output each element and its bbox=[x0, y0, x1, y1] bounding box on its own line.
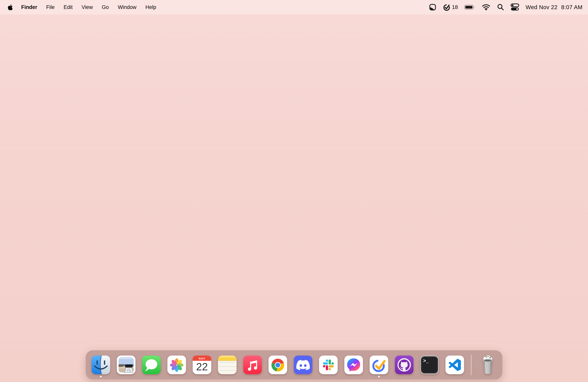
running-indicator bbox=[378, 376, 380, 378]
calendar-date-icon: NOV 22 bbox=[193, 356, 211, 374]
slack-logo-icon bbox=[319, 356, 338, 374]
apple-logo-icon bbox=[7, 4, 13, 11]
notes-pad-icon bbox=[218, 356, 237, 374]
status-control-center[interactable] bbox=[507, 0, 523, 14]
dock-icon-calendar[interactable]: NOV 22 bbox=[193, 356, 211, 374]
task-count-badge: 18 bbox=[452, 4, 458, 10]
menu-bar: Finder File Edit View Go Window Help 18 bbox=[0, 0, 588, 14]
dock-separator bbox=[471, 355, 472, 375]
svg-text:>_: >_ bbox=[423, 358, 429, 364]
menu-view[interactable]: View bbox=[77, 0, 97, 14]
menu-edit[interactable]: Edit bbox=[59, 0, 77, 14]
running-indicator bbox=[100, 376, 102, 378]
dock-icon-messenger[interactable] bbox=[344, 356, 363, 374]
menu-help[interactable]: Help bbox=[141, 0, 161, 14]
chrome-logo-icon bbox=[269, 356, 287, 374]
discord-clyde-icon bbox=[294, 356, 313, 374]
messages-bubble-icon bbox=[142, 356, 161, 374]
sticky-note-icon bbox=[429, 3, 437, 11]
dock-icon-messages[interactable] bbox=[142, 356, 161, 374]
finder-face-icon bbox=[92, 356, 110, 374]
dock-icon-discord[interactable] bbox=[294, 356, 313, 374]
dock-icon-slack[interactable] bbox=[319, 356, 338, 374]
status-wifi[interactable] bbox=[479, 0, 494, 14]
dock-icon-vscode[interactable] bbox=[445, 356, 464, 374]
clock-date: Wed Nov 22 bbox=[525, 4, 557, 11]
preview-loupe-icon bbox=[117, 356, 136, 374]
dock-icon-finder[interactable] bbox=[92, 356, 110, 374]
music-note-icon bbox=[243, 356, 262, 374]
wifi-icon bbox=[482, 4, 491, 11]
dock-icon-photos[interactable] bbox=[168, 356, 186, 374]
svg-text:22: 22 bbox=[196, 361, 208, 372]
menu-file[interactable]: File bbox=[42, 0, 59, 14]
menu-window[interactable]: Window bbox=[113, 0, 141, 14]
dock-icon-preview[interactable] bbox=[117, 356, 136, 374]
ticktick-check-icon bbox=[443, 3, 451, 11]
menu-bar-clock[interactable]: Wed Nov 22 8:07 AM bbox=[523, 0, 584, 14]
menu-finder[interactable]: Finder bbox=[17, 0, 42, 14]
dock-icon-github-desktop[interactable] bbox=[395, 356, 414, 374]
dock-icon-ticktick[interactable] bbox=[370, 356, 388, 374]
messenger-bolt-icon bbox=[344, 356, 363, 374]
svg-text:NOV: NOV bbox=[199, 357, 205, 360]
terminal-prompt-icon: >_ bbox=[420, 356, 439, 374]
menu-go[interactable]: Go bbox=[97, 0, 113, 14]
status-spotlight[interactable] bbox=[494, 0, 507, 14]
search-icon bbox=[497, 3, 504, 11]
ticktick-logo-icon bbox=[370, 356, 388, 374]
menu-bar-left: Finder File Edit View Go Window Help bbox=[4, 0, 161, 14]
desktop[interactable] bbox=[0, 0, 588, 382]
status-battery[interactable] bbox=[461, 0, 479, 14]
dock-icon-music[interactable] bbox=[243, 356, 262, 374]
vscode-logo-icon bbox=[445, 356, 464, 374]
status-ticktick-tasks[interactable]: 18 bbox=[440, 0, 461, 14]
photos-flower-icon bbox=[168, 356, 186, 374]
github-octocat-icon bbox=[395, 356, 414, 374]
menu-bar-status: 18 bbox=[426, 0, 584, 14]
dock-icon-notes[interactable] bbox=[218, 356, 237, 374]
dock-icon-trash[interactable] bbox=[478, 354, 496, 376]
dock-icon-chrome[interactable] bbox=[269, 356, 287, 374]
apple-menu[interactable] bbox=[4, 4, 17, 11]
dock-icon-terminal[interactable]: >_ bbox=[420, 356, 439, 374]
trash-basket-icon bbox=[478, 354, 496, 376]
battery-icon bbox=[464, 4, 475, 10]
clock-time: 8:07 AM bbox=[561, 4, 583, 11]
control-center-icon bbox=[510, 3, 519, 11]
status-note-utility[interactable] bbox=[426, 0, 440, 14]
dock: NOV 22 bbox=[85, 350, 503, 380]
